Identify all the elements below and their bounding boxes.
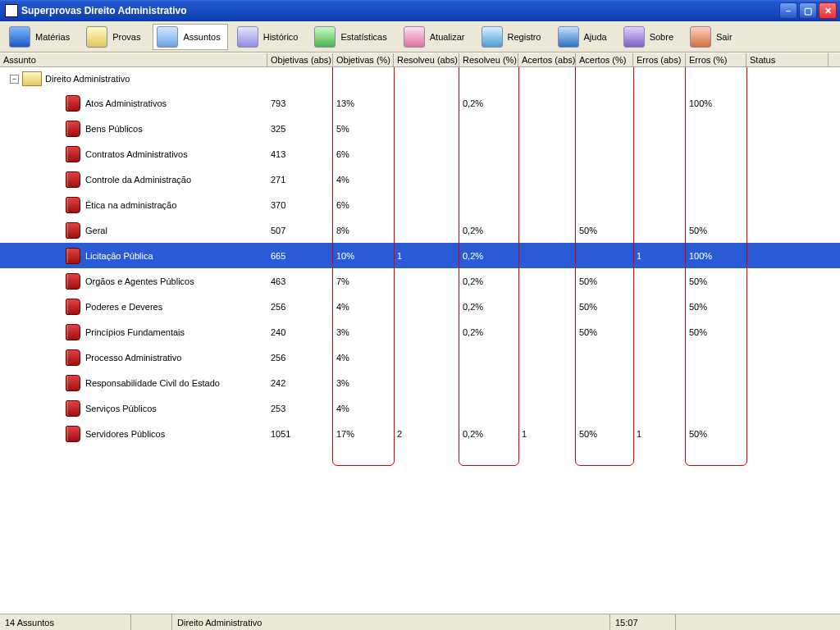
row-label: Licitação Pública <box>85 251 153 261</box>
cell-obj_pct: 3% <box>333 327 394 337</box>
toolbar-historico[interactable]: Histórico <box>233 24 306 50</box>
toolbar-assuntos[interactable]: Assuntos <box>153 24 227 50</box>
toolbar-atualizar[interactable]: Atualizar <box>399 24 472 50</box>
table-row[interactable]: Responsabilidade Civil do Estado2423% <box>0 370 840 395</box>
cell-obj_pct: 10% <box>333 251 394 261</box>
minimize-button[interactable]: – <box>779 2 797 19</box>
cell-obj_abs: 256 <box>267 353 333 363</box>
cell-ace_pct: 50% <box>576 429 633 439</box>
cell-res_pct: 0,2% <box>459 276 518 286</box>
cell-res_abs: 1 <box>394 251 459 261</box>
cell-err_pct: 50% <box>686 302 746 312</box>
cell-obj_abs: 325 <box>267 124 333 134</box>
cell-res_pct: 0,2% <box>459 251 518 261</box>
col-status[interactable]: Status <box>746 53 829 66</box>
row-label: Geral <box>85 226 107 235</box>
cell-obj_abs: 507 <box>267 226 333 235</box>
assuntos-icon <box>157 26 178 48</box>
table-row[interactable]: Servidores Públicos105117%20,2%150%150% <box>0 421 840 446</box>
cell-obj_abs: 240 <box>267 327 333 337</box>
table-row[interactable]: Contratos Administrativos4136% <box>0 141 840 167</box>
table-row[interactable]: Atos Administrativos79313%0,2%100% <box>0 90 840 116</box>
toolbar-materias[interactable]: Matérias <box>5 24 77 50</box>
cell-obj_pct: 4% <box>333 175 394 185</box>
cell-err_pct: 100% <box>686 251 746 261</box>
cell-obj_pct: 6% <box>333 149 394 159</box>
book-icon <box>66 400 80 417</box>
toolbar-registro[interactable]: Registro <box>477 24 549 50</box>
close-button[interactable]: ✕ <box>819 2 837 19</box>
book-icon <box>66 222 80 239</box>
tree-root[interactable]: −Direito Administrativo <box>0 67 840 90</box>
cell-err_pct: 50% <box>686 276 746 286</box>
stats-icon <box>314 26 336 48</box>
col-assunto[interactable]: Assunto <box>0 53 267 66</box>
col-ace_abs[interactable]: Acertos (abs) <box>518 53 576 66</box>
row-label: Ética na administração <box>85 200 176 210</box>
row-label: Contratos Administrativos <box>85 149 188 159</box>
cell-res_pct: 0,2% <box>459 302 518 312</box>
toolbar-sobre[interactable]: Sobre <box>619 24 681 50</box>
toolbar-estatisticas[interactable]: Estatísticas <box>310 24 394 50</box>
help-icon <box>558 26 579 48</box>
cell-obj_abs: 463 <box>267 276 333 286</box>
column-header: AssuntoObjetivas (abs)Objetivas (%)Resol… <box>0 52 840 67</box>
update-icon <box>404 26 425 48</box>
table-row[interactable]: Poderes e Deveres2564%0,2%50%50% <box>0 294 840 319</box>
maximize-button[interactable]: ▢ <box>799 2 817 19</box>
row-label: Princípios Fundamentais <box>85 327 185 337</box>
status-subject: Direito Administrativo <box>172 614 610 630</box>
row-label: Serviços Públicos <box>85 404 157 413</box>
toolbar-ajuda[interactable]: Ajuda <box>554 24 614 50</box>
cell-obj_pct: 17% <box>333 429 394 439</box>
cell-ace_pct: 50% <box>576 226 633 235</box>
cell-obj_abs: 242 <box>267 378 333 388</box>
toolbar-label: Matérias <box>35 32 70 42</box>
tree-grid[interactable]: −Direito AdministrativoAtos Administrati… <box>0 67 840 614</box>
table-row[interactable]: Serviços Públicos2534% <box>0 395 840 421</box>
book-icon <box>66 299 80 315</box>
toolbar-label: Registro <box>508 32 541 42</box>
table-row[interactable]: Orgãos e Agentes Públicos4637%0,2%50%50% <box>0 268 840 294</box>
cell-err_pct: 50% <box>686 429 746 439</box>
cell-obj_abs: 256 <box>267 302 333 312</box>
col-err_pct[interactable]: Erros (%) <box>686 53 746 66</box>
col-ace_pct[interactable]: Acertos (%) <box>576 53 633 66</box>
col-res_abs[interactable]: Resolveu (abs) <box>394 53 459 66</box>
open-book-icon <box>22 71 42 86</box>
row-label: Processo Administrativo <box>85 353 181 363</box>
cell-obj_abs: 665 <box>267 251 333 261</box>
book-icon <box>66 349 80 366</box>
row-label: Controle da Administração <box>85 175 191 185</box>
book-icon <box>66 273 80 290</box>
cell-obj_pct: 4% <box>333 404 394 413</box>
statusbar: 14 Assuntos Direito Administrativo 15:07 <box>0 614 840 630</box>
col-err_abs[interactable]: Erros (abs) <box>633 53 686 66</box>
table-row[interactable]: Geral5078%0,2%50%50% <box>0 217 840 243</box>
toolbar-label: Assuntos <box>183 32 220 42</box>
row-label: Orgãos e Agentes Públicos <box>85 276 194 286</box>
table-row[interactable]: Controle da Administração2714% <box>0 167 840 192</box>
cell-obj_pct: 6% <box>333 200 394 210</box>
cell-obj_pct: 7% <box>333 276 394 286</box>
table-row[interactable]: Bens Públicos3255% <box>0 116 840 141</box>
table-row[interactable]: Ética na administração3706% <box>0 192 840 217</box>
col-res_pct[interactable]: Resolveu (%) <box>459 53 518 66</box>
col-obj_abs[interactable]: Objetivas (abs) <box>267 53 333 66</box>
table-row[interactable]: Licitação Pública66510%10,2%1100% <box>0 243 840 268</box>
toolbar-sair[interactable]: Sair <box>686 24 740 50</box>
expander-icon[interactable]: − <box>10 75 19 84</box>
table-row[interactable]: Princípios Fundamentais2403%0,2%50%50% <box>0 319 840 345</box>
toolbar-label: Sobre <box>650 32 673 42</box>
toolbar-provas[interactable]: Provas <box>82 24 148 50</box>
about-icon <box>623 26 645 48</box>
col-obj_pct[interactable]: Objetivas (%) <box>333 53 394 66</box>
table-row[interactable]: Processo Administrativo2564% <box>0 345 840 370</box>
cell-obj_abs: 413 <box>267 149 333 159</box>
book-icon <box>66 95 80 112</box>
cell-err_abs: 1 <box>633 251 686 261</box>
root-label: Direito Administrativo <box>45 74 130 84</box>
status-spacer2 <box>676 614 840 630</box>
book-icon <box>66 426 80 442</box>
book-icon <box>9 26 30 48</box>
